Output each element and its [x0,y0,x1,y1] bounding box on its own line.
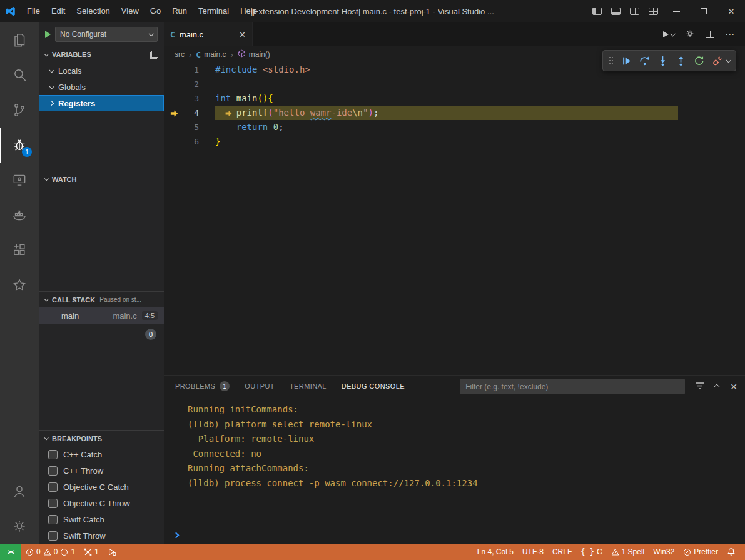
breadcrumb-item[interactable]: Cmain.c [196,50,226,59]
language-mode[interactable]: { } C [576,544,606,560]
collapse-all-icon[interactable] [150,51,158,59]
code-line-4[interactable]: 4 printf("hello wamr-ide\n"); [164,106,745,120]
maximize-button[interactable] [690,0,717,22]
run-and-debug-icon[interactable]: 1 [0,128,39,162]
menu-go[interactable]: Go [144,0,166,22]
code-line-3[interactable]: 3int main(){ [164,91,745,106]
eol-indicator[interactable]: CRLF [548,544,576,560]
variables-row-locals[interactable]: Locals [39,62,164,79]
breakpoint-row[interactable]: Swift Catch [39,511,164,528]
step-over-icon[interactable] [639,56,650,66]
menu-view[interactable]: View [116,0,144,22]
line-number[interactable]: 5 [164,120,215,134]
breakpoint-row[interactable]: Objective C Catch [39,479,164,495]
remote-explorer-icon[interactable] [0,162,39,198]
breakpoint-checkbox[interactable] [48,466,58,476]
debug-status[interactable] [103,544,121,560]
search-icon[interactable] [0,58,39,92]
console-filter-input[interactable] [460,379,685,394]
breakpoint-row[interactable]: Objective C Throw [39,495,164,511]
toggle-secondary-sidebar-icon[interactable] [625,0,644,22]
variables-row-registers[interactable]: Registers [39,95,164,111]
notifications-bell[interactable] [722,544,740,560]
problems-status[interactable]: 0 0 1 [21,544,79,560]
disconnect-icon[interactable] [712,56,722,66]
docker-icon[interactable] [0,198,39,232]
line-number[interactable]: 4 [164,106,215,120]
menu-file[interactable]: File [21,0,46,22]
minimize-button[interactable] [662,0,690,22]
step-out-icon[interactable] [676,56,686,66]
menu-terminal[interactable]: Terminal [193,0,235,22]
breakpoints-section-header[interactable]: BREAKPOINTS [39,430,164,446]
source-control-icon[interactable] [0,92,39,128]
encoding-indicator[interactable]: UTF-8 [518,544,548,560]
breakpoint-row[interactable]: C++ Catch [39,446,164,462]
watch-section-header[interactable]: WATCH [39,171,164,187]
breakpoint-label: C++ Throw [63,466,103,476]
breadcrumb-item[interactable]: main() [238,49,270,59]
code-line-5[interactable]: 5 return 0; [164,120,745,134]
panel-tab-debug-console[interactable]: DEBUG CONSOLE [342,376,405,398]
close-panel-icon[interactable]: ✕ [730,382,737,392]
accounts-icon[interactable] [0,474,39,509]
launch-config-dropdown[interactable]: No Configurat [55,27,158,42]
customize-layout-icon[interactable] [644,0,662,22]
explorer-icon[interactable] [0,22,39,58]
breakpoint-row[interactable]: C++ Throw [39,462,164,479]
debug-console-input[interactable] [185,530,745,540]
toggle-panel-icon[interactable] [606,0,625,22]
code-line-6[interactable]: 6} [164,134,745,149]
breakpoint-checkbox[interactable] [48,499,58,508]
extensions-icon[interactable] [0,232,39,268]
variables-section-header[interactable]: VARIABLES [39,46,164,62]
settings-gear-icon[interactable] [0,509,39,544]
breakpoint-checkbox[interactable] [48,450,58,459]
remote-indicator[interactable]: >< [0,544,21,560]
call-stack-section-header[interactable]: CALL STACK Paused on st... [39,291,164,308]
start-debug-icon[interactable] [45,31,51,38]
toolbar-gripper-icon[interactable] [609,56,614,66]
stack-frame-name: main [61,311,79,321]
tab-main-c[interactable]: C main.c ✕ [164,22,253,46]
tasks-status[interactable]: 1 [79,544,103,560]
formatter-status[interactable]: Prettier [679,544,722,560]
line-number[interactable]: 3 [164,91,215,106]
stack-frame-row[interactable]: main main.c 4:5 [39,308,164,324]
breakpoint-checkbox[interactable] [48,515,58,524]
breadcrumb-item[interactable]: src [175,50,185,59]
panel-tab-problems[interactable]: PROBLEMS1 [175,376,230,398]
build-target[interactable]: Win32 [649,544,679,560]
step-into-icon[interactable] [657,56,668,66]
toggle-sidebar-icon[interactable] [587,0,606,22]
breakpoint-row[interactable]: Swift Throw [39,528,164,544]
warning-icon [611,548,619,556]
continue-icon[interactable] [621,56,632,66]
call-stack-badge: 0 [145,329,156,340]
panel-tab-terminal[interactable]: TERMINAL [290,376,327,398]
line-number[interactable]: 1 [164,62,215,77]
maximize-panel-icon[interactable] [714,384,720,390]
marketplace-star-icon[interactable] [0,268,39,302]
menu-edit[interactable]: Edit [46,0,71,22]
line-number[interactable]: 6 [164,134,215,149]
filter-icon[interactable] [695,382,704,392]
menu-selection[interactable]: Selection [71,0,115,22]
close-tab-icon[interactable]: ✕ [239,30,246,39]
debug-session-chevron-icon[interactable] [726,58,731,62]
cursor-position[interactable]: Ln 4, Col 5 [473,544,518,560]
more-actions-icon[interactable]: ⋯ [725,29,735,40]
close-button[interactable]: ✕ [717,0,745,22]
line-number[interactable]: 2 [164,77,215,91]
breakpoint-checkbox[interactable] [48,531,58,541]
variables-row-globals[interactable]: Globals [39,79,164,95]
split-editor-icon[interactable] [706,31,714,38]
panel-tab-output[interactable]: OUTPUT [245,376,275,398]
run-or-debug-button[interactable] [663,31,674,38]
breakpoint-checkbox[interactable] [48,482,58,492]
code-line-2[interactable]: 2 [164,77,745,91]
spell-checker-status[interactable]: 1 Spell [607,544,649,560]
restart-icon[interactable] [694,56,704,66]
target-config-gear-icon[interactable] [685,29,695,41]
menu-run[interactable]: Run [166,0,193,22]
